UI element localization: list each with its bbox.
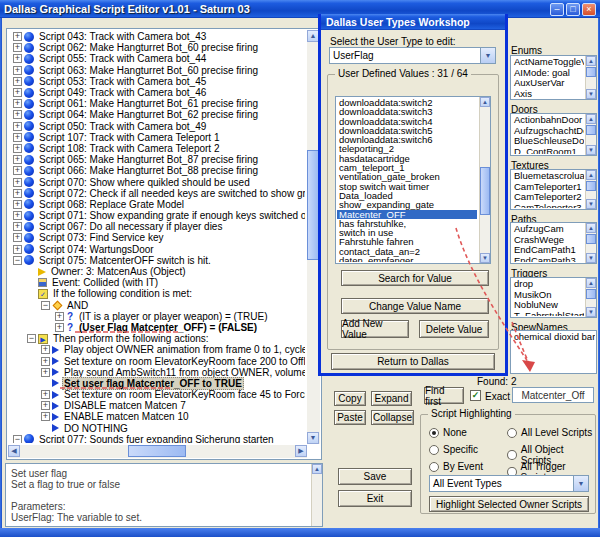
- tree-row[interactable]: +Script 072: Check if all needed keys ar…: [9, 188, 305, 199]
- chevron-down-icon[interactable]: ▼: [573, 476, 588, 491]
- expand-icon[interactable]: +: [13, 77, 22, 86]
- expand-button[interactable]: Expand: [371, 391, 412, 406]
- list-item[interactable]: drop: [512, 279, 584, 290]
- add-new-value-button[interactable]: Add New Value: [341, 320, 409, 338]
- scroll-up-icon[interactable]: ▲: [586, 278, 596, 288]
- tree-row[interactable]: Set user flag Matcenter_OFF to TRUE: [9, 378, 305, 389]
- scroll-up-icon[interactable]: ▲: [312, 464, 322, 474]
- list-item[interactable]: ActionbahnDoor: [512, 115, 584, 126]
- highlight-selected-owner-scripts-button[interactable]: Highlight Selected Owner Scripts: [429, 496, 589, 512]
- scroll-down-icon[interactable]: ▼: [586, 199, 596, 209]
- listbox-spewnames[interactable]: chemical dioxid barrel: [510, 330, 597, 374]
- search-value-input[interactable]: [512, 387, 594, 403]
- expand-icon[interactable]: +: [13, 110, 22, 119]
- expand-icon[interactable]: +: [13, 99, 22, 108]
- radio-none[interactable]: None: [429, 427, 467, 438]
- expand-icon[interactable]: +: [13, 245, 22, 254]
- close-icon[interactable]: ×: [582, 3, 596, 16]
- collapse-icon[interactable]: −: [13, 435, 22, 443]
- expand-icon[interactable]: +: [13, 178, 22, 187]
- description-scrollbar[interactable]: ▲: [311, 464, 322, 526]
- window-titlebar[interactable]: Dallas Graphical Script Editor v1.01 - S…: [0, 0, 600, 18]
- tree-row[interactable]: −Script 075: MatcenterOFF switch is hit.: [9, 255, 305, 266]
- expand-icon[interactable]: +: [41, 368, 50, 377]
- tree-row[interactable]: +Script 043: Track with Camera bot_43: [9, 31, 305, 42]
- exact-checkbox[interactable]: ✓: [470, 390, 481, 401]
- list-item[interactable]: Axis: [512, 89, 584, 99]
- tree-row[interactable]: +Script 065: Make Hangturret Bot_87 prec…: [9, 154, 305, 165]
- list-scrollbar[interactable]: ▲▼: [585, 223, 596, 263]
- list-scrollbar[interactable]: ▲▼: [585, 56, 596, 99]
- expand-icon[interactable]: +: [55, 312, 64, 321]
- dialog-titlebar[interactable]: Dallas User Types Workshop: [321, 14, 505, 30]
- list-scrollbar[interactable]: ▲▼: [585, 170, 596, 209]
- scroll-down-icon[interactable]: ▼: [586, 253, 596, 263]
- tree-row[interactable]: +Script 064: Make Hangturret Bot_62 prec…: [9, 109, 305, 120]
- list-scrollbar[interactable]: ▲▼: [585, 278, 596, 317]
- tree-row[interactable]: +Script 053: Track with Camera bot_45: [9, 76, 305, 87]
- list-scrollbar[interactable]: ▲▼: [585, 114, 596, 155]
- collapse-icon[interactable]: −: [13, 256, 22, 265]
- event-filter-dropdown[interactable]: All Event Types ▼: [429, 475, 589, 492]
- tree-row[interactable]: Owner: 3: MatcenAus (Object): [9, 266, 305, 277]
- tree-row[interactable]: +Script 073: Find Service key: [9, 232, 305, 243]
- list-item[interactable]: BlueSchleuseDoor: [512, 136, 584, 147]
- expand-icon[interactable]: +: [13, 200, 22, 209]
- list-item[interactable]: daten_empfanger: [337, 256, 477, 262]
- expand-icon[interactable]: +: [41, 357, 50, 366]
- expand-icon[interactable]: +: [13, 88, 22, 97]
- tree-row[interactable]: +Set texture on room ElevatorKeyRoom fac…: [9, 389, 305, 400]
- scroll-thumb[interactable]: [586, 125, 596, 135]
- radio-by-event[interactable]: By Event: [429, 461, 483, 472]
- expand-icon[interactable]: +: [13, 233, 22, 242]
- scroll-thumb[interactable]: [128, 445, 186, 457]
- scroll-thumb[interactable]: [586, 289, 596, 299]
- scroll-left-icon[interactable]: ◀: [8, 445, 20, 457]
- collapse-button[interactable]: Collapse: [371, 410, 414, 425]
- listbox-enums[interactable]: ActNameToggleVisiAIMode: goalAuxUserVarA…: [510, 55, 597, 100]
- paste-button[interactable]: Paste: [334, 410, 366, 425]
- tree-row[interactable]: +?(IT is a player or player weapon) = (T…: [9, 311, 305, 322]
- tree-row[interactable]: +DISABLE matcen Matcen 7: [9, 400, 305, 411]
- tree-row[interactable]: +Script 068: Replace Grate Model: [9, 199, 305, 210]
- expand-icon[interactable]: +: [13, 144, 22, 153]
- tree-row[interactable]: −▶Then perform the following actions:: [9, 333, 305, 344]
- scroll-up-icon[interactable]: ▲: [586, 114, 596, 124]
- scroll-up-icon[interactable]: ▲: [480, 97, 490, 107]
- expand-icon[interactable]: +: [13, 54, 22, 63]
- tree-row[interactable]: +Script 062: Make Hangturret Bot_60 prec…: [9, 42, 305, 53]
- tree-row[interactable]: +ENABLE matcen Matcen 10: [9, 411, 305, 422]
- expand-icon[interactable]: +: [13, 166, 22, 175]
- scroll-down-icon[interactable]: ▼: [586, 89, 596, 99]
- scroll-down-icon[interactable]: ▼: [307, 432, 319, 444]
- expand-icon[interactable]: +: [13, 122, 22, 131]
- expand-icon[interactable]: +: [41, 401, 50, 410]
- return-to-dallas-button[interactable]: Return to Dallas: [331, 353, 495, 370]
- tree-row[interactable]: +Script 071: Show expanding grate if eno…: [9, 210, 305, 221]
- exit-button[interactable]: Exit: [338, 490, 412, 507]
- list-item[interactable]: D_ContRoom1: [512, 147, 584, 155]
- expand-icon[interactable]: +: [13, 222, 22, 231]
- maximize-icon[interactable]: □: [566, 3, 580, 16]
- expand-icon[interactable]: +: [13, 66, 22, 75]
- tree-row[interactable]: +Script 055: Track with Camera bot_44: [9, 53, 305, 64]
- save-button[interactable]: Save: [338, 468, 412, 485]
- tree-row[interactable]: +Script 108: Track with Camera Teleport …: [9, 143, 305, 154]
- tree-horizontal-scrollbar[interactable]: ◀ ▶: [8, 445, 307, 458]
- list-item[interactable]: CamTeleporter2: [512, 192, 584, 203]
- scroll-thumb[interactable]: [586, 67, 596, 77]
- values-scrollbar[interactable]: ▲ ▼: [479, 97, 490, 263]
- tree-row[interactable]: +Script 074: WartungsDoor: [9, 244, 305, 255]
- delete-value-button[interactable]: Delete Value: [419, 320, 489, 338]
- expand-icon[interactable]: +: [41, 390, 50, 399]
- list-item[interactable]: CamTeleporter3: [512, 203, 584, 209]
- collapse-icon[interactable]: −: [27, 334, 36, 343]
- list-item[interactable]: AuxUserVar: [512, 78, 584, 89]
- radio-dot[interactable]: [429, 462, 439, 472]
- expand-icon[interactable]: +: [13, 155, 22, 164]
- scroll-down-icon[interactable]: ▼: [586, 145, 596, 155]
- listbox-doors[interactable]: ActionbahnDoorAufzugschachtDoBlueSchleus…: [510, 113, 597, 156]
- tree-row[interactable]: +Play object OWNER animation from frame …: [9, 344, 305, 355]
- radio-dot[interactable]: [429, 445, 439, 455]
- tree-row[interactable]: +?(User Flag Matcenter_OFF) = (FALSE): [9, 322, 305, 333]
